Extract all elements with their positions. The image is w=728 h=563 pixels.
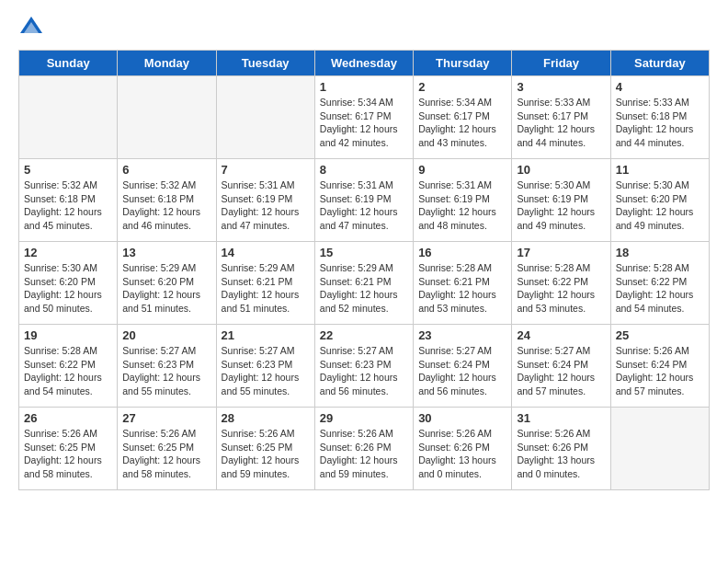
cell-date: 26 xyxy=(24,411,112,425)
cell-date: 11 xyxy=(616,163,704,177)
cell-info: Sunrise: 5:33 AM Sunset: 6:17 PM Dayligh… xyxy=(517,96,605,150)
cell-date: 22 xyxy=(320,328,408,342)
cell-date: 14 xyxy=(222,246,310,259)
cell-info: Sunrise: 5:27 AM Sunset: 6:23 PM Dayligh… xyxy=(320,344,408,398)
cell-info: Sunrise: 5:26 AM Sunset: 6:26 PM Dayligh… xyxy=(320,427,408,481)
cell-info: Sunrise: 5:31 AM Sunset: 6:19 PM Dayligh… xyxy=(320,178,408,233)
cell-date: 25 xyxy=(616,328,704,342)
week-row-1: 5Sunrise: 5:32 AM Sunset: 6:18 PM Daylig… xyxy=(19,159,710,242)
day-header-saturday: Saturday xyxy=(610,51,709,76)
calendar-table: SundayMondayTuesdayWednesdayThursdayFrid… xyxy=(18,50,710,490)
cell-date: 12 xyxy=(24,246,112,259)
calendar-cell: 11Sunrise: 5:30 AM Sunset: 6:20 PM Dayli… xyxy=(610,159,709,242)
cell-info: Sunrise: 5:26 AM Sunset: 6:25 PM Dayligh… xyxy=(24,427,112,481)
calendar-cell xyxy=(610,408,709,490)
cell-date: 18 xyxy=(616,246,704,259)
cell-date: 29 xyxy=(320,411,408,425)
calendar-cell: 31Sunrise: 5:26 AM Sunset: 6:26 PM Dayli… xyxy=(512,408,610,490)
calendar-cell: 20Sunrise: 5:27 AM Sunset: 6:23 PM Dayli… xyxy=(118,325,216,408)
cell-date: 7 xyxy=(222,163,310,177)
cell-date: 5 xyxy=(24,163,112,177)
calendar-cell: 9Sunrise: 5:31 AM Sunset: 6:19 PM Daylig… xyxy=(414,159,512,242)
calendar-cell: 2Sunrise: 5:34 AM Sunset: 6:17 PM Daylig… xyxy=(414,76,512,159)
cell-info: Sunrise: 5:26 AM Sunset: 6:24 PM Dayligh… xyxy=(616,344,704,398)
calendar-cell: 22Sunrise: 5:27 AM Sunset: 6:23 PM Dayli… xyxy=(314,325,413,408)
calendar-cell: 14Sunrise: 5:29 AM Sunset: 6:21 PM Dayli… xyxy=(216,242,314,325)
cell-info: Sunrise: 5:27 AM Sunset: 6:24 PM Dayligh… xyxy=(517,344,605,398)
cell-date: 23 xyxy=(418,328,506,342)
calendar-cell: 15Sunrise: 5:29 AM Sunset: 6:21 PM Dayli… xyxy=(314,242,413,325)
header-row: SundayMondayTuesdayWednesdayThursdayFrid… xyxy=(19,51,710,76)
day-header-monday: Monday xyxy=(118,51,216,76)
cell-info: Sunrise: 5:26 AM Sunset: 6:26 PM Dayligh… xyxy=(418,427,506,481)
week-row-2: 12Sunrise: 5:30 AM Sunset: 6:20 PM Dayli… xyxy=(19,242,710,325)
cell-info: Sunrise: 5:28 AM Sunset: 6:22 PM Dayligh… xyxy=(517,261,605,316)
calendar-cell: 27Sunrise: 5:26 AM Sunset: 6:25 PM Dayli… xyxy=(118,408,216,490)
cell-date: 15 xyxy=(320,246,408,259)
cell-date: 4 xyxy=(616,80,704,94)
cell-info: Sunrise: 5:32 AM Sunset: 6:18 PM Dayligh… xyxy=(122,178,210,233)
calendar-cell: 23Sunrise: 5:27 AM Sunset: 6:24 PM Dayli… xyxy=(414,325,512,408)
cell-info: Sunrise: 5:27 AM Sunset: 6:24 PM Dayligh… xyxy=(418,344,506,398)
calendar-cell: 21Sunrise: 5:27 AM Sunset: 6:23 PM Dayli… xyxy=(216,325,314,408)
cell-info: Sunrise: 5:28 AM Sunset: 6:22 PM Dayligh… xyxy=(616,261,704,316)
cell-info: Sunrise: 5:27 AM Sunset: 6:23 PM Dayligh… xyxy=(222,344,310,398)
calendar-cell: 5Sunrise: 5:32 AM Sunset: 6:18 PM Daylig… xyxy=(19,159,118,242)
cell-info: Sunrise: 5:33 AM Sunset: 6:18 PM Dayligh… xyxy=(616,96,704,150)
cell-date: 10 xyxy=(517,163,605,177)
logo xyxy=(18,15,46,40)
calendar-cell xyxy=(216,76,314,159)
cell-date: 17 xyxy=(517,246,605,259)
calendar-cell: 26Sunrise: 5:26 AM Sunset: 6:25 PM Dayli… xyxy=(19,408,118,490)
day-header-friday: Friday xyxy=(512,51,610,76)
cell-info: Sunrise: 5:30 AM Sunset: 6:20 PM Dayligh… xyxy=(616,178,704,233)
cell-info: Sunrise: 5:29 AM Sunset: 6:20 PM Dayligh… xyxy=(122,261,210,316)
cell-info: Sunrise: 5:29 AM Sunset: 6:21 PM Dayligh… xyxy=(222,261,310,316)
cell-info: Sunrise: 5:31 AM Sunset: 6:19 PM Dayligh… xyxy=(222,178,310,233)
cell-info: Sunrise: 5:29 AM Sunset: 6:21 PM Dayligh… xyxy=(320,261,408,316)
calendar-cell: 3Sunrise: 5:33 AM Sunset: 6:17 PM Daylig… xyxy=(512,76,610,159)
cell-info: Sunrise: 5:27 AM Sunset: 6:23 PM Dayligh… xyxy=(122,344,210,398)
calendar-cell: 17Sunrise: 5:28 AM Sunset: 6:22 PM Dayli… xyxy=(512,242,610,325)
cell-info: Sunrise: 5:28 AM Sunset: 6:21 PM Dayligh… xyxy=(418,261,506,316)
cell-date: 9 xyxy=(418,163,506,177)
day-header-thursday: Thursday xyxy=(414,51,512,76)
cell-info: Sunrise: 5:31 AM Sunset: 6:19 PM Dayligh… xyxy=(418,178,506,233)
calendar-cell: 1Sunrise: 5:34 AM Sunset: 6:17 PM Daylig… xyxy=(314,76,413,159)
calendar-cell: 18Sunrise: 5:28 AM Sunset: 6:22 PM Dayli… xyxy=(610,242,709,325)
logo-icon xyxy=(18,15,44,40)
cell-date: 6 xyxy=(122,163,210,177)
cell-info: Sunrise: 5:26 AM Sunset: 6:25 PM Dayligh… xyxy=(222,427,310,481)
cell-info: Sunrise: 5:26 AM Sunset: 6:25 PM Dayligh… xyxy=(122,427,210,481)
calendar-cell: 28Sunrise: 5:26 AM Sunset: 6:25 PM Dayli… xyxy=(216,408,314,490)
cell-info: Sunrise: 5:32 AM Sunset: 6:18 PM Dayligh… xyxy=(24,178,112,233)
calendar-cell: 19Sunrise: 5:28 AM Sunset: 6:22 PM Dayli… xyxy=(19,325,118,408)
cell-date: 19 xyxy=(24,328,112,342)
calendar-cell xyxy=(19,76,118,159)
calendar-cell: 10Sunrise: 5:30 AM Sunset: 6:19 PM Dayli… xyxy=(512,159,610,242)
cell-date: 30 xyxy=(418,411,506,425)
header xyxy=(18,15,710,40)
cell-date: 13 xyxy=(122,246,210,259)
cell-date: 1 xyxy=(320,80,408,94)
cell-info: Sunrise: 5:26 AM Sunset: 6:26 PM Dayligh… xyxy=(517,427,605,481)
cell-info: Sunrise: 5:28 AM Sunset: 6:22 PM Dayligh… xyxy=(24,344,112,398)
cell-date: 3 xyxy=(517,80,605,94)
cell-date: 2 xyxy=(418,80,506,94)
cell-info: Sunrise: 5:30 AM Sunset: 6:19 PM Dayligh… xyxy=(517,178,605,233)
calendar-cell: 13Sunrise: 5:29 AM Sunset: 6:20 PM Dayli… xyxy=(118,242,216,325)
calendar-cell: 12Sunrise: 5:30 AM Sunset: 6:20 PM Dayli… xyxy=(19,242,118,325)
cell-date: 8 xyxy=(320,163,408,177)
calendar-cell: 8Sunrise: 5:31 AM Sunset: 6:19 PM Daylig… xyxy=(314,159,413,242)
calendar-cell: 7Sunrise: 5:31 AM Sunset: 6:19 PM Daylig… xyxy=(216,159,314,242)
cell-info: Sunrise: 5:30 AM Sunset: 6:20 PM Dayligh… xyxy=(24,261,112,316)
day-header-sunday: Sunday xyxy=(19,51,118,76)
week-row-4: 26Sunrise: 5:26 AM Sunset: 6:25 PM Dayli… xyxy=(19,408,710,490)
calendar-cell: 29Sunrise: 5:26 AM Sunset: 6:26 PM Dayli… xyxy=(314,408,413,490)
cell-date: 27 xyxy=(122,411,210,425)
calendar-cell: 6Sunrise: 5:32 AM Sunset: 6:18 PM Daylig… xyxy=(118,159,216,242)
cell-date: 20 xyxy=(122,328,210,342)
calendar-cell xyxy=(118,76,216,159)
day-header-wednesday: Wednesday xyxy=(314,51,413,76)
calendar-cell: 30Sunrise: 5:26 AM Sunset: 6:26 PM Dayli… xyxy=(414,408,512,490)
